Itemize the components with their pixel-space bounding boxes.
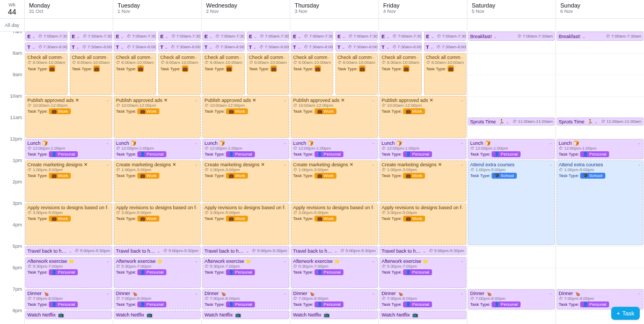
event-card[interactable]: ⌄ Apply revisions to designs based on f … bbox=[25, 203, 112, 245]
expand-icon[interactable]: ⌄ bbox=[637, 140, 641, 145]
expand-icon[interactable]: ⌄ bbox=[194, 54, 199, 60]
day-column[interactable]: E ⌄ ⏱ 7:00am-7:30am E ⌄ ⏱ 7:00am-7:30am … bbox=[25, 32, 113, 324]
expand-icon[interactable]: ⌄ bbox=[341, 45, 346, 50]
event-card-compact[interactable]: Watch Netflix 📺 bbox=[291, 311, 378, 319]
event-card[interactable]: ⌄ Apply revisions to designs based on f … bbox=[379, 203, 466, 245]
expand-icon[interactable]: ⌄ bbox=[371, 54, 376, 60]
expand-icon[interactable]: ⌄ bbox=[371, 290, 376, 296]
event-card[interactable]: ⌄ Publish approved ads✕ 10:00am-12:00pm … bbox=[291, 96, 378, 138]
expand-icon[interactable]: ⌄ bbox=[165, 34, 169, 39]
event-card-compact[interactable]: T ⌄ ⏱ 7:30am-8:00am bbox=[202, 42, 245, 51]
event-card-compact[interactable]: T ⌄ ⏱ 7:30am-8:00am bbox=[247, 42, 289, 51]
event-card[interactable]: ⌄ Attend extra courses 1:00pm-5:00pm Tas… bbox=[557, 160, 643, 245]
new-task-button[interactable]: + Task bbox=[611, 307, 640, 320]
event-card-compact[interactable]: T ⌄ ⏱ 7:30am-8:00am bbox=[424, 42, 466, 51]
event-card[interactable]: ⌄ Check all comm 8:00am-10:00am Task Typ… bbox=[291, 53, 333, 95]
expand-icon[interactable]: ⌄ bbox=[194, 258, 199, 263]
expand-icon[interactable]: ⌄ bbox=[194, 204, 199, 210]
event-card-compact[interactable]: Sprots Time 🏃 ⌄ ⏱ 11:00am-11:00am bbox=[557, 117, 643, 126]
day-column[interactable]: Breakfast! ⌄ ⏱ 7:00am-7:30am Sprots Time… bbox=[467, 32, 556, 324]
event-card-compact[interactable]: E ⌄ ⏱ 7:00am-7:30am bbox=[202, 32, 245, 41]
day-column[interactable]: E ⌄ ⏱ 7:00am-7:30am E ⌄ ⏱ 7:00am-7:30am … bbox=[202, 32, 290, 324]
event-card[interactable]: ⌄ Check all comm 8:00am-10:00am Task Typ… bbox=[335, 53, 378, 95]
event-card[interactable]: ⌄ Dinner🍗 7:00pm-8:00pm Task Type:👤Perso… bbox=[202, 289, 289, 310]
expand-icon[interactable]: ⌄ bbox=[594, 119, 598, 124]
event-card-compact[interactable]: Watch Netflix 📺 bbox=[379, 311, 466, 319]
expand-icon[interactable]: ⌄ bbox=[297, 45, 302, 50]
expand-icon[interactable]: ⌄ bbox=[283, 54, 287, 60]
event-card[interactable]: ⌄ Check all comm 8:00am-10:00am Task Typ… bbox=[424, 53, 466, 95]
expand-icon[interactable]: ⌄ bbox=[209, 34, 213, 39]
expand-icon[interactable]: ⌄ bbox=[548, 290, 553, 296]
event-card[interactable]: ⌄ Attend extra courses 1:00pm-5:00pm Tas… bbox=[468, 160, 555, 245]
day-header[interactable]: Tuesday1 Nov bbox=[113, 0, 202, 18]
expand-icon[interactable]: ⌄ bbox=[386, 45, 390, 50]
event-card[interactable]: ⌄ Afterwork exercise⭐ 5:30pm-7:00pm Task… bbox=[25, 257, 112, 288]
expand-icon[interactable]: ⌄ bbox=[386, 34, 390, 39]
expand-icon[interactable]: ⌄ bbox=[194, 97, 199, 102]
event-card-compact[interactable]: Breakfast! ⌄ ⏱ 7:00am-7:30am bbox=[468, 32, 555, 41]
event-card[interactable]: ⌄ Create marketing designs✕ 1:00pm-3:00p… bbox=[379, 160, 466, 202]
day-header[interactable]: Wednesday2 Nov bbox=[202, 0, 290, 18]
allday-cell[interactable] bbox=[202, 19, 290, 31]
expand-icon[interactable]: ⌄ bbox=[61, 54, 65, 60]
event-card[interactable]: ⌄ Publish approved ads✕ 10:00am-12:00pm … bbox=[114, 96, 201, 138]
event-card[interactable]: ⌄ Dinner🍗 7:00pm-8:00pm Task Type:👤Perso… bbox=[379, 289, 466, 310]
event-card-compact[interactable]: Travel back to home 🏠 ⌄ ⏱ 5:00pm-5:30pm bbox=[379, 246, 466, 255]
expand-icon[interactable]: ⌄ bbox=[637, 161, 641, 167]
event-card[interactable]: ⌄ Lunch🍞 12:00pm-1:00pm Task Type:👤Perso… bbox=[468, 139, 555, 159]
expand-icon[interactable]: ⌄ bbox=[460, 204, 464, 210]
expand-icon[interactable]: ⌄ bbox=[371, 140, 376, 145]
expand-icon[interactable]: ⌄ bbox=[76, 45, 80, 50]
event-card-compact[interactable]: T ⌄ ⏱ 7:30am-8:00am bbox=[114, 42, 156, 51]
event-card[interactable]: ⌄ Publish approved ads✕ 10:00am-12:00pm … bbox=[379, 96, 466, 138]
event-card-compact[interactable]: Watch Netflix 📺 bbox=[114, 311, 201, 319]
expand-icon[interactable]: ⌄ bbox=[194, 140, 199, 145]
expand-icon[interactable]: ⌄ bbox=[422, 248, 427, 254]
expand-icon[interactable]: ⌄ bbox=[150, 54, 154, 60]
day-columns[interactable]: E ⌄ ⏱ 7:00am-7:30am E ⌄ ⏱ 7:00am-7:30am … bbox=[25, 32, 644, 324]
expand-icon[interactable]: ⌄ bbox=[106, 161, 110, 167]
expand-icon[interactable]: ⌄ bbox=[120, 34, 125, 39]
expand-icon[interactable]: ⌄ bbox=[194, 161, 199, 167]
allday-cell[interactable] bbox=[25, 19, 113, 31]
allday-cell[interactable] bbox=[467, 19, 556, 31]
day-header[interactable]: Friday4 Nov bbox=[379, 0, 467, 18]
event-card[interactable]: ⌄ Check all comm 8:00am-10:00am Task Typ… bbox=[70, 53, 112, 95]
expand-icon[interactable]: ⌄ bbox=[327, 54, 331, 60]
expand-icon[interactable]: ⌄ bbox=[548, 140, 553, 145]
event-card-compact[interactable]: T ⌄ ⏱ 7:30am-8:00am bbox=[70, 42, 112, 51]
allday-cell[interactable] bbox=[556, 19, 644, 31]
event-card[interactable]: ⌄ Lunch🍞 12:00pm-1:00pm Task Type:👤Perso… bbox=[202, 139, 289, 159]
expand-icon[interactable]: ⌄ bbox=[493, 34, 497, 39]
event-card-compact[interactable]: T ⌄ ⏱ 7:30am-8:00am bbox=[291, 42, 333, 51]
event-card-compact[interactable]: Travel back to home 🏠 ⌄ ⏱ 5:00pm-5:30pm bbox=[202, 246, 289, 255]
expand-icon[interactable]: ⌄ bbox=[582, 34, 586, 39]
event-card[interactable]: ⌄ Check all comm 8:00am-10:00am Task Typ… bbox=[158, 53, 201, 95]
expand-icon[interactable]: ⌄ bbox=[283, 140, 287, 145]
allday-cell[interactable] bbox=[113, 19, 202, 31]
event-card[interactable]: ⌄ Afterwork exercise⭐ 5:30pm-7:00pm Task… bbox=[379, 257, 466, 288]
event-card[interactable]: ⌄ Dinner🍗 7:00pm-8:00pm Task Type:👤Perso… bbox=[468, 289, 555, 310]
event-card[interactable]: ⌄ Create marketing designs✕ 1:00pm-3:00p… bbox=[25, 160, 112, 202]
expand-icon[interactable]: ⌄ bbox=[371, 161, 376, 167]
event-card-compact[interactable]: T ⌄ ⏱ 7:30am-8:00am bbox=[335, 42, 378, 51]
event-card[interactable]: ⌄ Apply revisions to designs based on f … bbox=[114, 203, 201, 245]
expand-icon[interactable]: ⌄ bbox=[371, 258, 376, 263]
event-card[interactable]: ⌄ Check all comm 8:00am-10:00am Task Typ… bbox=[379, 53, 422, 95]
event-card[interactable]: ⌄ Apply revisions to designs based on f … bbox=[202, 203, 289, 245]
event-card[interactable]: ⌄ Afterwork exercise⭐ 5:30pm-7:00pm Task… bbox=[114, 257, 201, 288]
event-card[interactable]: ⌄ Lunch🍞 12:00pm-1:00pm Task Type:👤Perso… bbox=[25, 139, 112, 159]
expand-icon[interactable]: ⌄ bbox=[430, 34, 435, 39]
day-column[interactable]: E ⌄ ⏱ 7:00am-7:30am E ⌄ ⏱ 7:00am-7:30am … bbox=[113, 32, 202, 324]
expand-icon[interactable]: ⌄ bbox=[548, 161, 553, 167]
expand-icon[interactable]: ⌄ bbox=[32, 34, 36, 39]
expand-icon[interactable]: ⌄ bbox=[106, 258, 110, 263]
event-card[interactable]: ⌄ Publish approved ads✕ 10:00am-12:00pm … bbox=[25, 96, 112, 138]
event-card-compact[interactable]: T ⌄ ⏱ 7:30am-8:00am bbox=[158, 42, 201, 51]
event-card-compact[interactable]: E ⌄ ⏱ 7:00am-7:30am bbox=[25, 32, 68, 41]
expand-icon[interactable]: ⌄ bbox=[106, 204, 110, 210]
event-card[interactable]: ⌄ Lunch🍞 12:00pm-1:00pm Task Type:👤Perso… bbox=[114, 139, 201, 159]
event-card[interactable]: ⌄ Lunch🍞 12:00pm-1:00pm Task Type:👤Perso… bbox=[291, 139, 378, 159]
event-card[interactable]: ⌄ Publish approved ads✕ 10:00am-12:00pm … bbox=[202, 96, 289, 138]
